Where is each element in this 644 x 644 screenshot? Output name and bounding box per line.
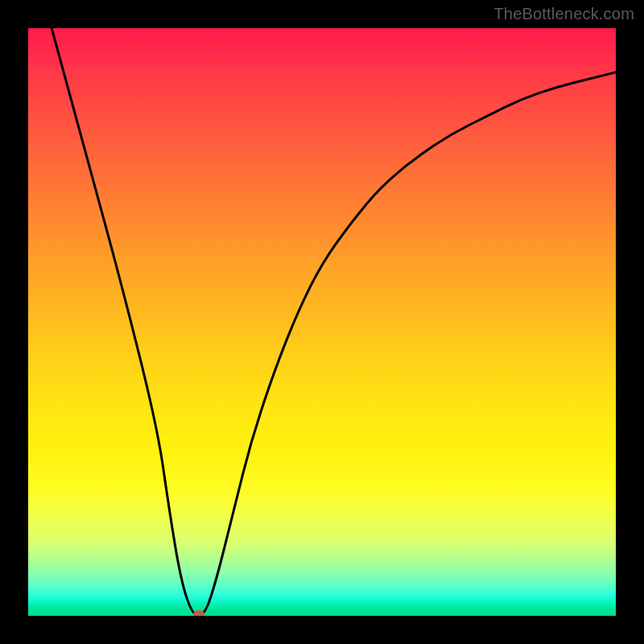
optimal-point-marker xyxy=(193,610,204,616)
chart-frame: TheBottleneck.com xyxy=(0,0,644,644)
bottleneck-curve xyxy=(28,28,616,616)
plot-area xyxy=(28,28,616,616)
watermark-text: TheBottleneck.com xyxy=(493,5,634,23)
curve-path xyxy=(52,28,616,616)
